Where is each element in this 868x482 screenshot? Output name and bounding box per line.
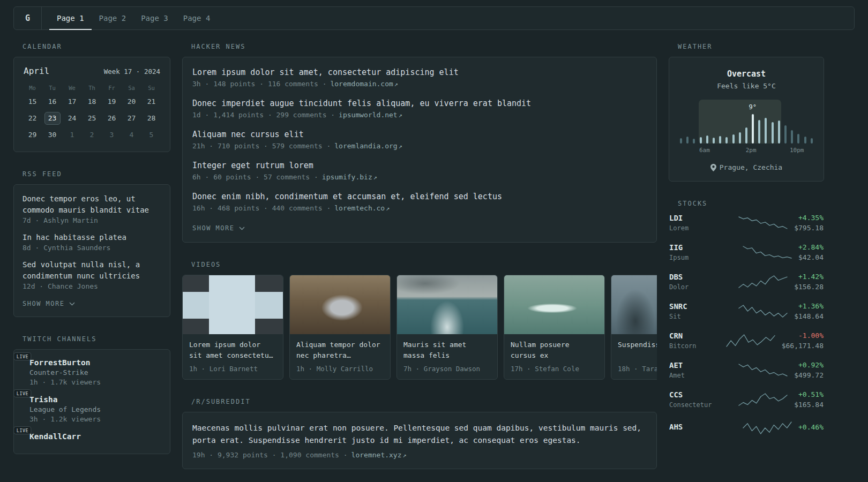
stock-id: DBS Dolor — [669, 273, 732, 291]
calendar-dow-label: Tu — [42, 85, 62, 91]
twitch-card: LIVE ForrestBurton Counter-Strike 1h · 1… — [13, 349, 170, 454]
location-pin-icon — [710, 164, 716, 171]
calendar-day: 21 — [141, 93, 161, 110]
rss-item: Donec tempor eros leo, ut commodo mauris… — [23, 193, 161, 224]
twitch-channel[interactable]: LIVE KendallCarr — [23, 432, 161, 442]
stock-name: Bitcorn — [669, 342, 720, 350]
hn-item-title[interactable]: Donec imperdiet augue tincidunt felis al… — [192, 98, 647, 109]
stock-ticker: DBS — [669, 273, 732, 281]
video-card[interactable]: Aliquam tempor dolor nec pharetra… 1h · … — [289, 275, 391, 380]
video-thumbnail — [290, 275, 390, 334]
channel-viewers: 1h · 1.7k viewers — [29, 378, 101, 386]
video-meta: 7h · Grayson Dawson — [403, 365, 491, 373]
hn-item-domain-link[interactable]: loremtech.co↗ — [334, 204, 390, 212]
channel-info: Trisha League of Legends 3h · 1.2k viewe… — [29, 395, 101, 423]
tab-page-3[interactable]: Page 3 — [133, 7, 176, 30]
video-card[interactable]: Suspendisse diam 18h · Tara — [611, 275, 657, 380]
rss-show-more-button[interactable]: SHOW MORE — [23, 300, 75, 307]
stock-row: IIG Ipsum +2.84% $42.04 — [669, 243, 824, 261]
channel-name: KendallCarr — [29, 432, 81, 441]
twitch-channel[interactable]: LIVE ForrestBurton Counter-Strike 1h · 1… — [23, 358, 161, 386]
external-link-icon: ↗ — [399, 111, 402, 119]
calendar-day: 20 — [122, 93, 141, 110]
stock-values: -1.00% $66,171.48 — [782, 332, 824, 350]
stock-id: CCS Consectetur — [669, 390, 732, 409]
stock-ticker: LDI — [669, 214, 732, 222]
hn-item-domain: loremtech.co — [334, 204, 385, 212]
rss-item-title[interactable]: Donec tempor eros leo, ut commodo mauris… — [23, 193, 161, 216]
stock-row: SNRC Sit +1.36% $148.64 — [669, 302, 824, 320]
video-title: Mauris sit amet massa felis — [403, 340, 491, 361]
channel-name: ForrestBurton — [29, 358, 101, 367]
calendar-day: 15 — [23, 93, 42, 110]
calendar-month: April — [24, 66, 49, 76]
weather-bar — [680, 138, 682, 144]
tab-page-1[interactable]: Page 1 — [49, 7, 92, 30]
calendar-day: 17 — [62, 93, 82, 110]
twitch-channel[interactable]: LIVE Trisha League of Legends 3h · 1.2k … — [23, 395, 161, 423]
hn-item-stats: 3h · 148 points · 116 comments · — [192, 80, 326, 88]
hackernews-show-more-button[interactable]: SHOW MORE — [192, 224, 245, 232]
rss-item-title[interactable]: Sed volutpat nulla nisl, a condimentum n… — [23, 259, 161, 282]
stock-ticker: AHS — [669, 423, 736, 431]
stock-values: +0.51% $165.84 — [794, 390, 824, 409]
calendar-day: 29 — [23, 126, 42, 143]
video-body: Aliquam tempor dolor nec pharetra… 1h · … — [290, 334, 390, 379]
external-link-icon: ↗ — [403, 451, 407, 459]
subreddit-post-meta: 19h · 9,932 points · 1,090 comments ·lor… — [192, 451, 647, 459]
rss-item-meta: 8d · Cynthia Saunders — [23, 244, 161, 252]
hn-item: Lorem ipsum dolor sit amet, consectetur … — [192, 67, 647, 88]
hn-item-meta: 1d · 1,414 points · 299 comments ·ipsumw… — [192, 111, 647, 119]
weather-bar — [719, 136, 721, 144]
weather-condition: Overcast — [678, 69, 815, 79]
video-thumbnail — [183, 275, 283, 334]
weather-bar-chart — [680, 101, 813, 144]
calendar-grid-days: 1516171819202122232425262728293012345 — [23, 93, 161, 143]
weather-location: Prague, Czechia — [678, 163, 815, 171]
chevron-down-icon — [69, 302, 75, 306]
live-badge: LIVE — [13, 426, 31, 434]
weather-time-axis: 6am 2pm 10pm — [680, 147, 813, 155]
video-card[interactable]: Nullam posuere cursus ex 17h · Stefan Co… — [504, 275, 605, 380]
video-title: Nullam posuere cursus ex — [511, 340, 598, 361]
stock-id: AHS — [669, 423, 736, 433]
hn-item-title[interactable]: Integer eget rutrum lorem — [192, 160, 647, 171]
stock-values: +0.46% — [798, 423, 824, 433]
middle-column: HACKER NEWS Lorem ipsum dolor sit amet, … — [182, 43, 657, 482]
hn-item-title[interactable]: Lorem ipsum dolor sit amet, consectetur … — [192, 67, 647, 78]
video-body: Nullam posuere cursus ex 17h · Stefan Co… — [504, 334, 604, 379]
calendar-week-year: Week 17 · 2024 — [104, 67, 160, 76]
live-badge: LIVE — [13, 352, 31, 360]
video-card[interactable]: Lorem ipsum dolor sit amet consectetu… 1… — [182, 275, 283, 380]
hn-item-domain-link[interactable]: ipsumify.biz↗ — [322, 173, 377, 181]
hn-item-title[interactable]: Donec enim nibh, condimentum et accumsan… — [192, 191, 647, 202]
weather-bar — [804, 137, 806, 144]
calendar-day: 23 — [44, 112, 61, 125]
weather-bar — [791, 130, 793, 144]
hn-item-domain: ipsumworld.net — [339, 111, 398, 119]
hn-item-domain-link[interactable]: ipsumworld.net↗ — [339, 111, 402, 119]
external-link-icon: ↗ — [373, 174, 377, 181]
video-card[interactable]: Mauris sit amet massa felis 7h · Grayson… — [396, 275, 498, 380]
subreddit-card: Maecenas mollis pulvinar erat non posuer… — [182, 412, 657, 469]
weather-bar — [797, 134, 799, 144]
tab-page-4[interactable]: Page 4 — [176, 7, 218, 30]
subreddit-post-title[interactable]: Maecenas mollis pulvinar erat non posuer… — [192, 422, 647, 447]
stock-row: AHS +0.46% — [669, 420, 824, 436]
app-logo: G — [14, 7, 42, 29]
hn-item: Donec imperdiet augue tincidunt felis al… — [192, 98, 647, 119]
weather-bar — [700, 137, 702, 144]
weather-bar — [706, 135, 708, 144]
hn-item-domain-link[interactable]: loremdomain.com↗ — [330, 80, 398, 88]
hn-item-domain-link[interactable]: loremlandia.org↗ — [334, 142, 402, 150]
video-title: Suspendisse diam — [618, 340, 657, 361]
stocks-title: STOCKS — [678, 200, 824, 207]
time-label: 6am — [699, 147, 710, 154]
rss-item-title[interactable]: In hac habitasse platea — [23, 232, 161, 243]
tab-page-2[interactable]: Page 2 — [92, 7, 134, 30]
hn-item-title[interactable]: Aliquam nec cursus elit — [192, 129, 647, 140]
videos-title: VIDEOS — [191, 261, 657, 268]
stock-change: +1.42% — [794, 273, 824, 281]
subreddit-domain-link[interactable]: loremnet.xyz↗ — [351, 451, 407, 459]
stock-id: SNRC Sit — [669, 302, 732, 320]
